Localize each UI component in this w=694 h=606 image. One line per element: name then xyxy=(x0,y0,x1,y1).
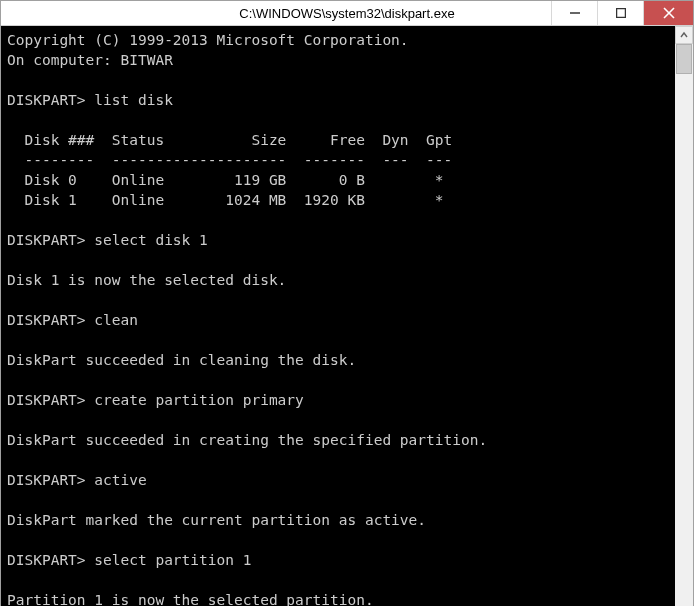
console-line: Disk 0 Online 119 GB 0 B * xyxy=(7,170,669,190)
console-line: DISKPART> select disk 1 xyxy=(7,230,669,250)
console-line: DiskPart succeeded in creating the speci… xyxy=(7,430,669,450)
console-line xyxy=(7,290,669,310)
console-line xyxy=(7,210,669,230)
scrollbar-track[interactable] xyxy=(675,44,693,606)
maximize-icon xyxy=(616,8,626,18)
window-controls xyxy=(551,1,693,25)
minimize-button[interactable] xyxy=(551,1,597,25)
console-line xyxy=(7,370,669,390)
close-icon xyxy=(663,7,675,19)
console-line xyxy=(7,530,669,550)
minimize-icon xyxy=(570,8,580,18)
console-line: DISKPART> create partition primary xyxy=(7,390,669,410)
console-line: Partition 1 is now the selected partitio… xyxy=(7,590,669,606)
console-line xyxy=(7,490,669,510)
console-line xyxy=(7,450,669,470)
scroll-up-button[interactable] xyxy=(675,26,693,44)
console-line: DISKPART> list disk xyxy=(7,90,669,110)
console-line xyxy=(7,70,669,90)
console-line: DISKPART> clean xyxy=(7,310,669,330)
console-line: DiskPart marked the current partition as… xyxy=(7,510,669,530)
console-area: Copyright (C) 1999-2013 Microsoft Corpor… xyxy=(1,26,693,606)
console-line xyxy=(7,570,669,590)
chevron-up-icon xyxy=(680,31,688,39)
console-line: Disk 1 is now the selected disk. xyxy=(7,270,669,290)
console-line xyxy=(7,250,669,270)
close-button[interactable] xyxy=(643,1,693,25)
console-line: DiskPart succeeded in cleaning the disk. xyxy=(7,350,669,370)
vertical-scrollbar[interactable] xyxy=(675,26,693,606)
svg-rect-1 xyxy=(616,9,625,18)
console-window: C:\WINDOWS\system32\diskpart.exe Copyrig… xyxy=(0,0,694,606)
console-line: Disk 1 Online 1024 MB 1920 KB * xyxy=(7,190,669,210)
console-line xyxy=(7,410,669,430)
console-line: DISKPART> select partition 1 xyxy=(7,550,669,570)
window-title: C:\WINDOWS\system32\diskpart.exe xyxy=(239,6,454,21)
console-output[interactable]: Copyright (C) 1999-2013 Microsoft Corpor… xyxy=(1,26,675,606)
console-line: DISKPART> active xyxy=(7,470,669,490)
maximize-button[interactable] xyxy=(597,1,643,25)
console-line: On computer: BITWAR xyxy=(7,50,669,70)
console-line: -------- -------------------- ------- --… xyxy=(7,150,669,170)
console-line: Disk ### Status Size Free Dyn Gpt xyxy=(7,130,669,150)
console-line xyxy=(7,110,669,130)
console-line xyxy=(7,330,669,350)
scrollbar-thumb[interactable] xyxy=(676,44,692,74)
titlebar[interactable]: C:\WINDOWS\system32\diskpart.exe xyxy=(1,1,693,26)
console-line: Copyright (C) 1999-2013 Microsoft Corpor… xyxy=(7,30,669,50)
